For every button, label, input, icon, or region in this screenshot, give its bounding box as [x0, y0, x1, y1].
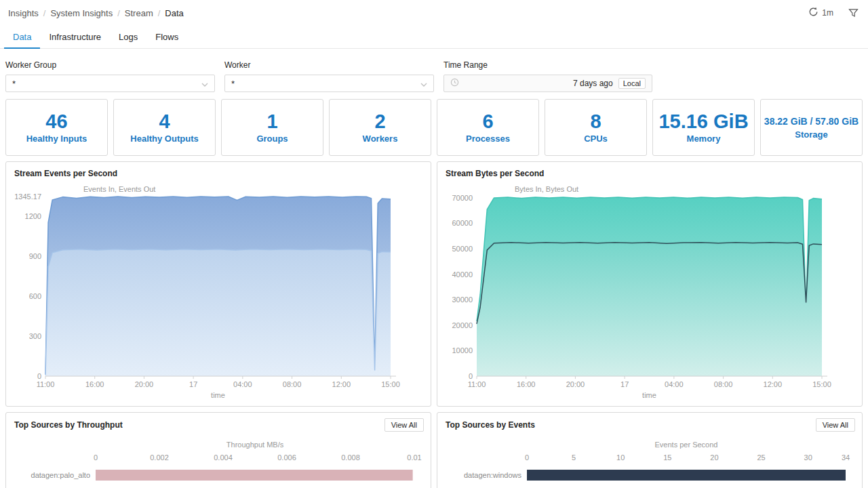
stat-label: Workers — [363, 134, 398, 144]
svg-text:1200: 1200 — [25, 212, 41, 220]
svg-text:16:00: 16:00 — [85, 380, 104, 388]
stat-value: 6 — [482, 111, 493, 131]
topbar-actions: 1m — [808, 7, 859, 19]
svg-text:10000: 10000 — [452, 346, 473, 354]
time-range-value: 7 days ago — [465, 79, 613, 88]
svg-text:11:00: 11:00 — [37, 380, 55, 388]
svg-text:70000: 70000 — [452, 194, 473, 202]
svg-text:20: 20 — [710, 453, 718, 462]
view-all-button[interactable]: View All — [384, 418, 424, 432]
time-range-filter: Time Range 7 days ago Local — [443, 60, 652, 92]
breadcrumb: Insights / System Insights / Stream / Da… — [8, 8, 184, 18]
svg-text:1345.17: 1345.17 — [14, 192, 41, 201]
breadcrumb-insights[interactable]: Insights — [8, 8, 39, 18]
svg-text:0: 0 — [525, 453, 529, 462]
svg-text:60000: 60000 — [452, 219, 473, 227]
events-chart-svg: 11:0016:0020:001704:0008:0012:0015:00030… — [6, 162, 431, 407]
breadcrumb-stream[interactable]: Stream — [125, 8, 153, 18]
clock-icon — [450, 78, 459, 89]
auto-refresh-button[interactable]: 1m — [808, 7, 833, 19]
filter-funnel-icon[interactable] — [848, 8, 859, 18]
refresh-interval-label: 1m — [822, 8, 833, 18]
stat-card-cpus: 8 CPUs — [545, 99, 647, 156]
stat-card-memory: 15.16 GiB Memory — [652, 99, 755, 156]
svg-text:0.008: 0.008 — [341, 453, 360, 462]
svg-text:datagen:windows: datagen:windows — [464, 471, 522, 479]
worker-filter: Worker * — [224, 60, 434, 92]
stat-card-healthy-inputs: 46 Healthy Inputs — [5, 99, 108, 156]
chevron-down-icon — [201, 79, 208, 89]
tab-logs[interactable]: Logs — [110, 26, 146, 48]
svg-text:25: 25 — [757, 453, 765, 462]
tab-bar: Data Infrastructure Logs Flows — [0, 26, 868, 49]
svg-text:11:00: 11:00 — [468, 380, 486, 388]
worker-group-filter: Worker Group * — [5, 60, 215, 92]
timezone-local-button[interactable]: Local — [618, 78, 646, 89]
stat-value: 8 — [590, 111, 601, 131]
events-bar-chart-svg: Events per Second05101520253034datagen:w… — [437, 432, 862, 488]
svg-text:04:00: 04:00 — [665, 380, 684, 388]
stat-card-healthy-outputs: 4 Healthy Outputs — [113, 99, 216, 156]
stat-value: 15.16 GiB — [658, 111, 748, 131]
svg-text:15:00: 15:00 — [812, 380, 831, 388]
stat-label: Groups — [256, 134, 288, 144]
svg-text:Events per Second: Events per Second — [655, 441, 718, 449]
top-sources-row: Top Sources by Throughput View All Throu… — [5, 412, 863, 488]
worker-value: * — [231, 79, 420, 89]
stat-value: 4 — [159, 111, 170, 131]
svg-text:0: 0 — [94, 453, 98, 462]
svg-text:0.006: 0.006 — [277, 453, 296, 462]
svg-text:900: 900 — [29, 252, 41, 260]
svg-text:20:00: 20:00 — [566, 380, 585, 388]
breadcrumb-data: Data — [165, 8, 183, 18]
throughput-bar-chart-svg: Throughput MB/s00.0020.0040.0060.0080.01… — [6, 432, 431, 488]
breadcrumb-separator: / — [117, 8, 120, 18]
refresh-icon — [808, 7, 818, 19]
svg-text:20000: 20000 — [452, 321, 473, 329]
svg-text:600: 600 — [29, 292, 41, 300]
worker-group-select[interactable]: * — [5, 75, 215, 92]
svg-text:34: 34 — [842, 453, 850, 462]
view-all-button[interactable]: View All — [816, 418, 855, 432]
chart-title: Top Sources by Throughput — [14, 420, 123, 430]
stat-value: 2 — [374, 111, 385, 131]
svg-text:30: 30 — [804, 453, 812, 462]
svg-text:0: 0 — [469, 372, 473, 380]
breadcrumb-separator: / — [43, 8, 46, 18]
stat-value: 1 — [267, 111, 277, 131]
breadcrumb-separator: / — [158, 8, 161, 18]
filters-row: Worker Group * Worker * Time Range 7 day… — [5, 60, 863, 92]
panel-header: Top Sources by Events View All — [437, 413, 862, 432]
top-sources-throughput-panel: Top Sources by Throughput View All Throu… — [5, 412, 431, 488]
tab-infrastructure[interactable]: Infrastructure — [40, 26, 110, 48]
time-range-input[interactable]: 7 days ago Local — [443, 75, 652, 92]
tab-flows[interactable]: Flows — [146, 26, 187, 48]
stat-value: 46 — [45, 111, 67, 131]
worker-select[interactable]: * — [224, 75, 434, 92]
stat-card-workers: 2 Workers — [329, 99, 431, 156]
stat-card-groups: 1 Groups — [221, 99, 323, 156]
top-sources-events-panel: Top Sources by Events View All Events pe… — [437, 412, 863, 488]
stat-value: 38.22 GiB / 57.80 GiB — [764, 115, 859, 127]
stat-label: CPUs — [584, 134, 608, 144]
svg-text:20:00: 20:00 — [135, 380, 154, 388]
svg-text:12:00: 12:00 — [332, 380, 351, 388]
svg-text:17: 17 — [620, 380, 629, 388]
svg-text:0.004: 0.004 — [214, 453, 233, 462]
chart-title: Top Sources by Events — [446, 420, 535, 430]
chevron-down-icon — [420, 79, 427, 89]
worker-label: Worker — [224, 60, 434, 70]
svg-text:300: 300 — [29, 332, 41, 340]
svg-text:08:00: 08:00 — [714, 380, 733, 388]
main-charts-row: Stream Events per Second Events In, Even… — [5, 161, 863, 407]
stat-label: Memory — [687, 134, 721, 144]
svg-text:04:00: 04:00 — [233, 380, 252, 388]
svg-text:time: time — [642, 391, 656, 399]
summary-stats-row: 46 Healthy Inputs 4 Healthy Outputs 1 Gr… — [5, 99, 863, 156]
svg-text:10: 10 — [616, 453, 625, 462]
breadcrumb-system-insights[interactable]: System Insights — [50, 8, 113, 18]
stat-label: Processes — [466, 134, 510, 144]
svg-text:Throughput MB/s: Throughput MB/s — [226, 441, 284, 449]
tab-data[interactable]: Data — [4, 26, 40, 49]
time-range-label: Time Range — [443, 60, 652, 70]
